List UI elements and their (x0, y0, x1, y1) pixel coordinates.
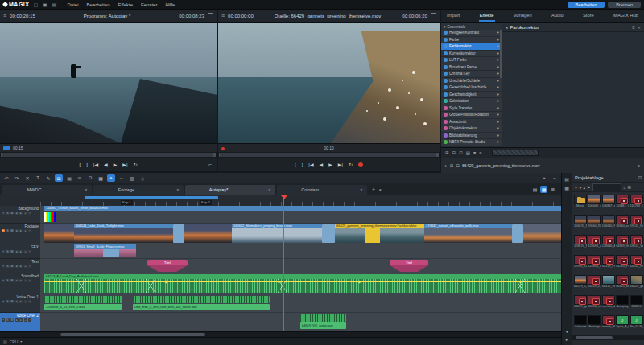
play-icon[interactable]: ▸ (445, 163, 448, 168)
back-icon[interactable]: ◂ (506, 25, 508, 30)
track-lane-voice-over-1[interactable]: 128keun_a_61_Rev_1.wavLine_Edit_4_self_c… (40, 294, 561, 313)
source-scrollbar[interactable] (218, 152, 440, 158)
project-tab-mwdc[interactable]: MWDC✕ (2, 185, 92, 195)
favorite-heart-icon[interactable]: ♥ (497, 140, 499, 144)
collapse-panel-icon[interactable]: ⊡ (638, 175, 642, 180)
track-button-2[interactable]: M (10, 318, 14, 322)
video-clip[interactable] (74, 228, 173, 243)
track-button-4[interactable]: ▸ (19, 300, 23, 303)
transport-play-icon[interactable]: ▶ (328, 162, 332, 167)
track-header-voice-over-1[interactable]: Voice Over 1▪SM◂▸+− (0, 294, 40, 313)
transport-play-icon[interactable]: ▶ (114, 162, 118, 167)
timeline-tool-3[interactable]: T (34, 174, 42, 182)
track-button-1[interactable]: S (6, 212, 10, 215)
media-tile[interactable]: ♪No_DLR_2018... (630, 315, 643, 329)
track-button-1[interactable]: S (6, 229, 10, 232)
timeline-tool-2[interactable]: ✕ (23, 174, 31, 182)
tab-vorlagen[interactable]: Vorlagen (513, 10, 533, 22)
track-button-3[interactable]: ◂ (15, 265, 19, 268)
timeline-tool-0[interactable]: ↶ (2, 174, 10, 182)
effects-list-scrollbar[interactable] (500, 30, 502, 78)
search-input[interactable] (592, 183, 621, 191)
program-menu-icon[interactable]: ≡ (3, 13, 6, 18)
transition-block[interactable] (173, 224, 184, 243)
timeline-tool-12[interactable]: ▥ (128, 174, 136, 182)
media-tile[interactable]: 116763_Over... (630, 195, 643, 208)
media-scrollbar[interactable] (572, 335, 644, 340)
transport-button-icon[interactable]: ] (302, 162, 303, 167)
track-button-6[interactable]: − (28, 279, 31, 282)
keyframe-strip[interactable] (492, 150, 539, 156)
timeline-tool-4[interactable]: ✎ (44, 174, 52, 182)
list-icon[interactable]: ≡ (638, 163, 640, 168)
view-toggle-0[interactable]: ▤ (531, 186, 539, 193)
effect-item-kurvenkorrektur[interactable]: Kurvenkorrektur♥ (441, 51, 502, 58)
track-button-0[interactable]: ▪ (2, 229, 5, 232)
transport-button-icon[interactable]: ◀ (320, 162, 324, 167)
effect-item-style-transfer[interactable]: Style Transfer♥ (441, 105, 502, 113)
tab-magix-hub[interactable]: MAGIX Hub (613, 10, 639, 22)
effect-item-farbkorrektur[interactable]: Farbkorrektur♥ (441, 43, 502, 51)
open-project-icon[interactable]: ▣ (43, 2, 47, 7)
media-tile[interactable]: Footage (588, 315, 601, 329)
effect-item-broadcast-farbe[interactable]: Broadcast Farbe♥ (441, 64, 502, 72)
track-lane-gfx[interactable]: 59901_Small_Scale_Flowers.mov (40, 244, 561, 259)
track-lane-soundbed[interactable]: 64513_A_Loud_Day_Audiotrack.wav (40, 273, 561, 294)
list-view-icon[interactable]: ≡ (623, 185, 625, 190)
favorite-heart-icon[interactable]: ♥ (497, 113, 499, 117)
video-clip[interactable] (335, 228, 424, 243)
menu-fenster[interactable]: Fenster (141, 2, 157, 7)
transport-button-icon[interactable]: ] (86, 162, 88, 167)
media-tile[interactable]: ♪Spirit_A_Loud... (616, 315, 629, 329)
track-button-3[interactable]: ◂ (15, 318, 19, 322)
voiceover-clip[interactable]: 64619_VO_outro.wav (300, 314, 346, 330)
close-tab-icon[interactable]: ✕ (360, 187, 363, 192)
media-tile[interactable]: 36640_over_R... (616, 215, 629, 228)
transport-button-icon[interactable]: ▶| (338, 162, 343, 167)
transport-button-icon[interactable]: |◀ (93, 162, 98, 167)
effect-item-ausschnitt[interactable]: Ausschnitt♥ (441, 119, 502, 126)
effect-list-icon[interactable]: ▤ (466, 150, 470, 155)
program-detach-icon[interactable]: ⌐ (208, 162, 212, 167)
media-tile[interactable]: 59131_Road... (630, 215, 643, 228)
effect-item-nbfx-primatte-studio[interactable]: NBFX Primatte Studio♥ (441, 139, 502, 146)
expand-icon[interactable]: ⊞ (450, 163, 454, 168)
crossfade-mark[interactable] (76, 279, 86, 293)
track-button-0[interactable]: ▪ (2, 279, 5, 282)
timeline-tool-1[interactable]: ↷ (13, 174, 21, 182)
voiceover-clip[interactable]: Line_Edit_4_self_care_with_10k_notes.wav (133, 296, 270, 311)
favorite-heart-icon[interactable]: ♥ (497, 72, 499, 76)
save-project-icon[interactable]: ▤ (52, 2, 57, 7)
track-button-6[interactable]: − (28, 300, 31, 303)
favorite-heart-icon[interactable]: ♥ (497, 38, 499, 42)
pool-tab-project-icon[interactable]: ▤ (564, 176, 569, 182)
track-button-3[interactable]: ◂ (15, 212, 19, 215)
track-button-5[interactable]: + (24, 318, 27, 322)
zoom-out-icon[interactable]: − (551, 174, 559, 182)
effect-item-geschwindigkeit[interactable]: Geschwindigkeit♥ (441, 92, 502, 99)
favorite-heart-icon[interactable]: ♥ (497, 120, 499, 124)
reset-effect-icon[interactable]: ⊡ (459, 150, 463, 155)
track-button-5[interactable]: + (24, 279, 27, 282)
media-tile[interactable]: MWDC (630, 295, 643, 309)
effect-item-unsch-rfe-sch-rfe[interactable]: Unschärfe/Schärfe♥ (441, 78, 502, 85)
media-tile[interactable]: 66412_Wirma... (602, 275, 615, 289)
track-button-6[interactable]: − (28, 229, 31, 232)
view-toggle-2[interactable]: ≣ (549, 186, 556, 193)
track-button-1[interactable]: S (6, 300, 10, 303)
track-button-1[interactable]: S (6, 250, 10, 253)
track-button-0[interactable]: ▪ (2, 212, 5, 215)
track-button-6[interactable]: − (28, 318, 31, 322)
favorite-heart-icon[interactable]: ♥ (497, 31, 499, 35)
media-tile[interactable]: Colorism (574, 315, 587, 329)
collapse-icon[interactable]: ⊟ (456, 163, 460, 168)
video-clip[interactable] (44, 224, 74, 243)
menu-effekte[interactable]: Effekte (118, 2, 134, 7)
media-tile[interactable]: 64510_Photog... (616, 255, 629, 269)
timeline-tool-7[interactable]: ∞ (76, 174, 84, 182)
effect-item-helligkeit-kontrast[interactable]: Helligkeit/Kontrast♥ (441, 30, 502, 37)
effect-item-colorization[interactable]: Colorization♥ (441, 98, 502, 105)
media-tile[interactable]: 128670_Moun... (574, 235, 587, 248)
flag-icon[interactable]: ⚑ (587, 185, 590, 190)
effect-item-bildstabilisierung[interactable]: Bildstabilisierung♥ (441, 133, 502, 140)
